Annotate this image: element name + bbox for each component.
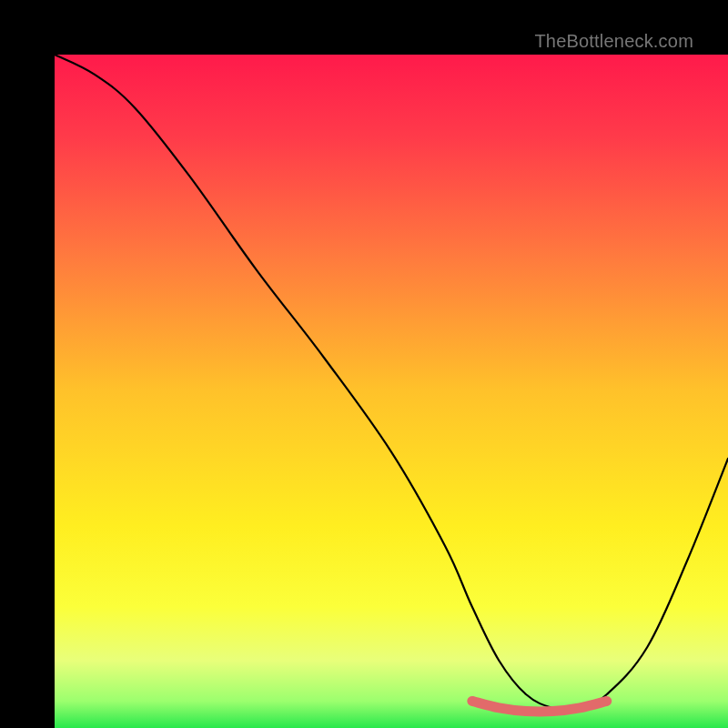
- watermark-text: TheBottleneck.com: [534, 31, 693, 52]
- chart-frame: TheBottleneck.com: [0, 0, 728, 728]
- bottleneck-curve: [55, 55, 728, 710]
- plot-area: [55, 55, 728, 728]
- curve-layer: [55, 55, 728, 728]
